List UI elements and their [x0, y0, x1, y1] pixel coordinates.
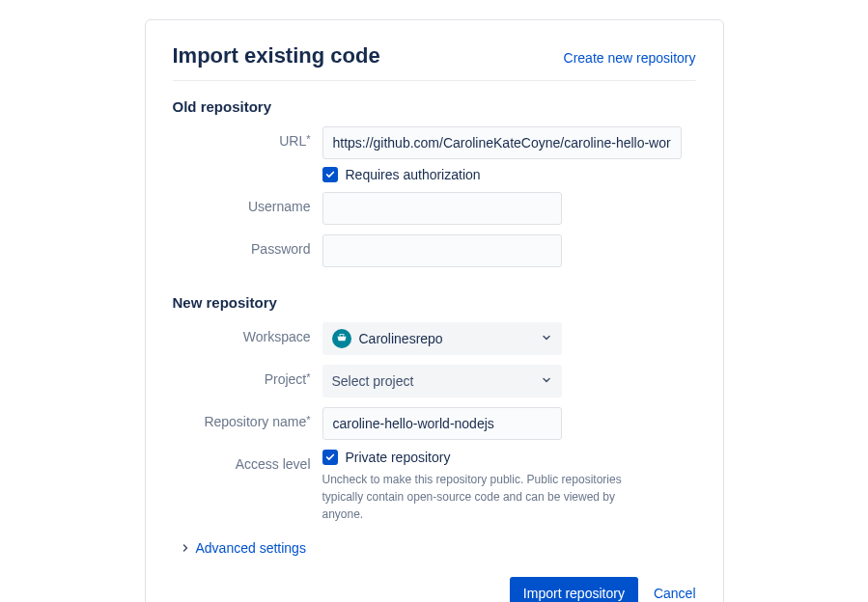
check-icon — [325, 170, 335, 179]
check-icon — [325, 452, 335, 462]
new-repository-section: New repository Workspace Carolinesrepo — [173, 294, 696, 523]
footer-actions: Import repository Cancel — [173, 577, 696, 602]
workspace-row: Workspace Carolinesrepo — [173, 322, 696, 355]
url-input[interactable] — [322, 126, 682, 159]
workspace-avatar-icon — [332, 329, 351, 348]
reponame-label: Repository name* — [173, 407, 322, 429]
private-repository-checkbox[interactable] — [322, 450, 338, 465]
chevron-right-icon — [181, 540, 190, 556]
url-label: URL* — [173, 126, 322, 149]
reponame-input[interactable] — [322, 407, 562, 440]
private-repository-label: Private repository — [346, 450, 451, 465]
url-row: URL* Requires authorization — [173, 126, 696, 182]
old-repository-title: Old repository — [173, 98, 696, 115]
requires-auth-checkbox[interactable] — [322, 167, 338, 182]
page-title: Import existing code — [173, 43, 380, 68]
access-level-label: Access level — [173, 450, 322, 472]
password-row: Password — [173, 234, 696, 267]
username-label: Username — [173, 192, 322, 214]
import-repository-button[interactable]: Import repository — [510, 577, 638, 602]
requires-auth-label: Requires authorization — [346, 167, 481, 182]
username-input[interactable] — [322, 192, 562, 225]
new-repository-title: New repository — [173, 294, 696, 311]
create-new-repository-link[interactable]: Create new repository — [564, 50, 696, 66]
workspace-select[interactable]: Carolinesrepo — [322, 322, 562, 355]
username-row: Username — [173, 192, 696, 225]
project-row: Project* Select project — [173, 365, 696, 397]
advanced-settings-toggle[interactable]: Advanced settings — [181, 540, 696, 556]
requires-auth-row: Requires authorization — [322, 167, 696, 182]
access-level-row: Access level Private repository Uncheck … — [173, 450, 696, 523]
header: Import existing code Create new reposito… — [173, 43, 696, 81]
workspace-label: Workspace — [173, 322, 322, 344]
password-input[interactable] — [322, 234, 562, 267]
old-repository-section: Old repository URL* Requires authorizati… — [173, 98, 696, 267]
cancel-button[interactable]: Cancel — [654, 586, 696, 601]
workspace-value: Carolinesrepo — [359, 331, 443, 346]
private-helper-text: Uncheck to make this repository public. … — [322, 471, 651, 523]
password-label: Password — [173, 234, 322, 257]
project-label: Project* — [173, 365, 322, 387]
project-placeholder: Select project — [332, 373, 414, 389]
project-select[interactable]: Select project — [322, 365, 562, 397]
advanced-settings-link[interactable]: Advanced settings — [196, 540, 306, 556]
import-card: Import existing code Create new reposito… — [145, 19, 724, 602]
reponame-row: Repository name* — [173, 407, 696, 440]
